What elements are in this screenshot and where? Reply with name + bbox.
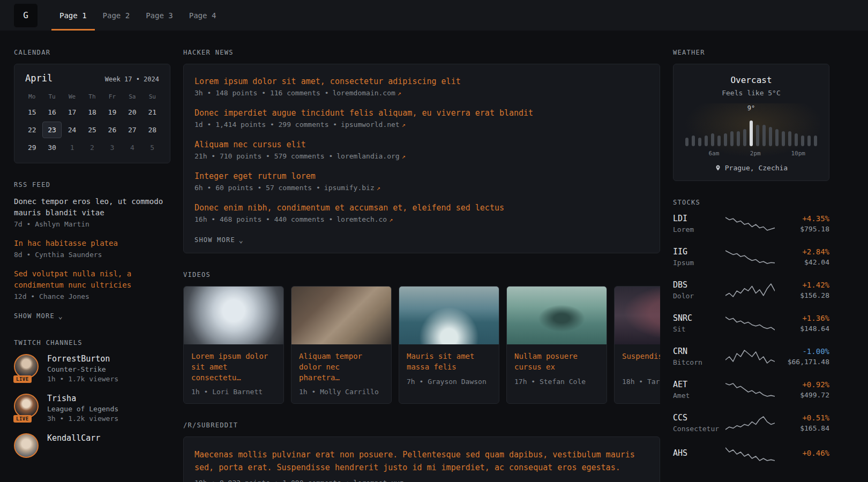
calendar-day-next-month[interactable]: 5	[143, 139, 162, 156]
video-meta: 17h • Stefan Cole	[514, 378, 599, 386]
stock-row[interactable]: LDI Lorem +4.35% $795.18	[673, 214, 829, 234]
video-thumbnail[interactable]	[507, 287, 607, 344]
calendar-day[interactable]: 19	[103, 104, 122, 120]
tab-page-3[interactable]: Page 3	[138, 0, 181, 31]
hn-story-domain-link[interactable]: ipsumworld.net ↗	[341, 120, 406, 129]
external-link-icon: ↗	[389, 216, 393, 223]
hn-story-domain-link[interactable]: loremtech.co ↗	[336, 215, 393, 223]
hn-story-domain-link[interactable]: loremdomain.com ↗	[332, 89, 401, 97]
calendar-week-year-label: Week 17 • 2024	[105, 76, 159, 83]
weather-location-label: Prague, Czechia	[725, 164, 788, 172]
stock-ticker: CCS	[673, 413, 725, 423]
hn-story-link[interactable]: Lorem ipsum dolor sit amet, consectetur …	[194, 77, 461, 86]
stock-change: +2.84%	[775, 247, 829, 256]
subreddit-post-link[interactable]: Maecenas mollis pulvinar erat non posuer…	[194, 449, 649, 474]
video-meta: 1h • Lori Barnett	[191, 388, 276, 396]
stock-row[interactable]: CCS Consectetur +0.51% $165.84	[673, 413, 829, 433]
calendar-day[interactable]: 26	[103, 122, 122, 138]
rss-item-meta: 12d • Chance Jones	[14, 292, 170, 300]
video-meta: 18h • Tara	[622, 378, 660, 386]
top-nav-bar: G Page 1 Page 2 Page 3 Page 4	[0, 0, 868, 31]
calendar-day[interactable]: 22	[23, 122, 41, 138]
stock-row[interactable]: DBS Dolor +1.42% $156.28	[673, 280, 829, 300]
hn-story-domain-link[interactable]: loremlandia.org ↗	[336, 152, 406, 160]
hn-story-domain-link[interactable]: ipsumify.biz ↗	[324, 184, 380, 192]
twitch-channel-row[interactable]: LIVE Trisha League of Legends 3h • 1.2k …	[14, 394, 170, 423]
video-title-link[interactable]: Lorem ipsum dolor sit amet consectetu…	[191, 351, 276, 383]
video-thumbnail[interactable]	[291, 287, 391, 344]
calendar-day[interactable]: 16	[42, 104, 61, 120]
weekday-label: Tu	[42, 90, 62, 103]
weather-chart-bars	[682, 114, 820, 146]
hn-story-link[interactable]: Donec imperdiet augue tincidunt felis al…	[194, 108, 533, 118]
calendar-day[interactable]: 15	[23, 104, 41, 120]
tab-page-1[interactable]: Page 1	[51, 0, 95, 31]
stock-row[interactable]: IIG Ipsum +2.84% $42.04	[673, 247, 829, 267]
weather-bar	[743, 129, 746, 146]
rss-item-link[interactable]: In hac habitasse platea	[14, 238, 170, 249]
hn-show-more-button[interactable]: SHOW MORE ⌄	[194, 235, 244, 245]
twitch-channel-row[interactable]: KendallCarr	[14, 433, 170, 460]
calendar-day[interactable]: 28	[143, 122, 162, 138]
stock-sparkline	[725, 315, 775, 332]
video-card: Aliquam tempor dolor nec pharetra… 1h • …	[291, 286, 392, 404]
calendar-day[interactable]: 17	[63, 104, 81, 120]
calendar-day[interactable]: 20	[123, 104, 141, 120]
calendar-day[interactable]: 29	[23, 139, 41, 156]
hn-story-link[interactable]: Integer eget rutrum lorem	[194, 171, 316, 181]
video-thumbnail[interactable]	[615, 287, 660, 344]
tab-page-4[interactable]: Page 4	[181, 0, 225, 31]
calendar-day[interactable]: 25	[83, 122, 101, 138]
video-thumbnail[interactable]	[184, 287, 283, 344]
stock-row[interactable]: SNRC Sit +1.36% $148.64	[673, 313, 829, 333]
stock-row[interactable]: AET Amet +0.92% $499.72	[673, 380, 829, 400]
video-title-link[interactable]: Mauris sit amet massa felis	[407, 351, 491, 373]
subreddit-post-domain-link[interactable]: loremnet.xyz ↗	[354, 479, 410, 482]
videos-row: Lorem ipsum dolor sit amet consectetu… 1…	[183, 286, 660, 404]
calendar-day-selected[interactable]: 23	[42, 122, 61, 138]
calendar-day[interactable]: 27	[123, 122, 141, 138]
rss-item: Sed volutpat nulla nisl, a condimentum n…	[14, 268, 170, 300]
weekday-label: Sa	[122, 90, 142, 103]
stock-sparkline	[725, 216, 775, 232]
twitch-avatar-wrap	[14, 433, 40, 460]
rss-item-link[interactable]: Sed volutpat nulla nisl, a condimentum n…	[14, 268, 170, 291]
calendar-day-next-month[interactable]: 4	[123, 139, 141, 156]
video-card: Mauris sit amet massa felis 7h • Grayson…	[399, 286, 499, 404]
weather-bar	[775, 129, 779, 146]
calendar-day[interactable]: 24	[63, 122, 81, 138]
twitch-widget: TWITCH CHANNELS LIVE ForrestBurton Count…	[14, 339, 170, 460]
twitch-channel-row[interactable]: LIVE ForrestBurton Counter-Strike 1h • 1…	[14, 354, 170, 383]
calendar-day[interactable]: 21	[143, 104, 162, 120]
weather-card: Overcast Feels like 5°C 9° 6am 2pm 10pm …	[673, 64, 829, 181]
calendar-day-next-month[interactable]: 2	[83, 139, 101, 156]
avatar	[14, 433, 39, 458]
video-title-link[interactable]: Aliquam tempor dolor nec pharetra…	[299, 351, 384, 383]
stock-change: +0.92%	[775, 380, 829, 389]
left-column: CALENDAR April Week 17 • 2024 Mo Tu We T…	[14, 49, 170, 482]
rss-show-more-button[interactable]: SHOW MORE ⌄	[14, 311, 63, 321]
calendar-day[interactable]: 30	[42, 139, 61, 156]
video-meta: 7h • Grayson Dawson	[407, 378, 491, 386]
hn-story-link[interactable]: Aliquam nec cursus elit	[194, 140, 306, 149]
hn-story: Integer eget rutrum lorem 6h • 60 points…	[194, 171, 649, 192]
calendar-day[interactable]: 18	[83, 104, 101, 120]
video-thumbnail[interactable]	[399, 287, 499, 344]
calendar-day-next-month[interactable]: 1	[63, 139, 81, 156]
video-title-link[interactable]: Suspendisse diam	[622, 351, 660, 373]
video-title-link[interactable]: Nullam posuere cursus ex	[514, 351, 599, 373]
video-meta: 1h • Molly Carrillo	[299, 388, 384, 396]
external-link-icon: ↗	[402, 153, 406, 160]
hn-story: Donec imperdiet augue tincidunt felis al…	[194, 108, 649, 129]
calendar-day-next-month[interactable]: 3	[103, 139, 122, 156]
rss-item-link[interactable]: Donec tempor eros leo, ut commodo mauris…	[14, 196, 170, 219]
hn-story-link[interactable]: Donec enim nibh, condimentum et accumsan…	[194, 203, 504, 213]
calendar-weekday-headers: Mo Tu We Th Fr Sa Su	[22, 90, 162, 103]
stock-row[interactable]: AHS +0.46%	[673, 446, 829, 462]
tab-page-2[interactable]: Page 2	[95, 0, 138, 31]
calendar-days-grid: 15 16 17 18 19 20 21 22 23 24 25 26 27 2…	[22, 103, 162, 156]
stock-ticker: SNRC	[673, 313, 725, 323]
weekday-label: Th	[82, 90, 102, 103]
stock-row[interactable]: CRN Bitcorn -1.00% $66,171.48	[673, 347, 829, 366]
app-logo[interactable]: G	[14, 4, 38, 27]
